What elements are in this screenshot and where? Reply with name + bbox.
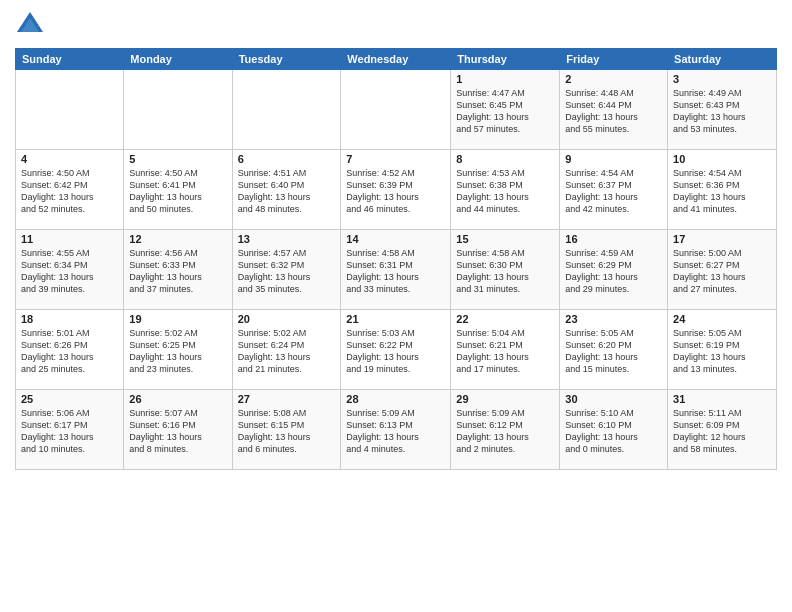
day-number: 20 [238,313,336,325]
calendar-week-5: 25Sunrise: 5:06 AM Sunset: 6:17 PM Dayli… [16,390,777,470]
day-number: 22 [456,313,554,325]
day-number: 16 [565,233,662,245]
day-number: 31 [673,393,771,405]
day-number: 21 [346,313,445,325]
calendar-cell [341,70,451,150]
calendar-cell: 24Sunrise: 5:05 AM Sunset: 6:19 PM Dayli… [668,310,777,390]
day-info: Sunrise: 4:52 AM Sunset: 6:39 PM Dayligh… [346,167,445,216]
day-info: Sunrise: 4:58 AM Sunset: 6:30 PM Dayligh… [456,247,554,296]
calendar-week-3: 11Sunrise: 4:55 AM Sunset: 6:34 PM Dayli… [16,230,777,310]
day-number: 26 [129,393,226,405]
day-number: 5 [129,153,226,165]
day-number: 13 [238,233,336,245]
calendar-cell: 28Sunrise: 5:09 AM Sunset: 6:13 PM Dayli… [341,390,451,470]
calendar-cell: 26Sunrise: 5:07 AM Sunset: 6:16 PM Dayli… [124,390,232,470]
day-info: Sunrise: 4:47 AM Sunset: 6:45 PM Dayligh… [456,87,554,136]
calendar-cell: 17Sunrise: 5:00 AM Sunset: 6:27 PM Dayli… [668,230,777,310]
calendar-header-tuesday: Tuesday [232,49,341,70]
calendar-cell: 15Sunrise: 4:58 AM Sunset: 6:30 PM Dayli… [451,230,560,310]
calendar-header-monday: Monday [124,49,232,70]
logo-icon [15,10,45,40]
calendar-cell: 18Sunrise: 5:01 AM Sunset: 6:26 PM Dayli… [16,310,124,390]
day-number: 3 [673,73,771,85]
day-info: Sunrise: 4:53 AM Sunset: 6:38 PM Dayligh… [456,167,554,216]
day-number: 4 [21,153,118,165]
calendar-cell: 7Sunrise: 4:52 AM Sunset: 6:39 PM Daylig… [341,150,451,230]
calendar-header-saturday: Saturday [668,49,777,70]
calendar-cell: 16Sunrise: 4:59 AM Sunset: 6:29 PM Dayli… [560,230,668,310]
day-info: Sunrise: 5:01 AM Sunset: 6:26 PM Dayligh… [21,327,118,376]
day-number: 27 [238,393,336,405]
day-info: Sunrise: 4:49 AM Sunset: 6:43 PM Dayligh… [673,87,771,136]
day-number: 7 [346,153,445,165]
calendar-cell: 3Sunrise: 4:49 AM Sunset: 6:43 PM Daylig… [668,70,777,150]
day-info: Sunrise: 5:06 AM Sunset: 6:17 PM Dayligh… [21,407,118,456]
day-number: 18 [21,313,118,325]
day-info: Sunrise: 4:58 AM Sunset: 6:31 PM Dayligh… [346,247,445,296]
calendar-cell: 30Sunrise: 5:10 AM Sunset: 6:10 PM Dayli… [560,390,668,470]
day-number: 8 [456,153,554,165]
day-number: 23 [565,313,662,325]
calendar-week-4: 18Sunrise: 5:01 AM Sunset: 6:26 PM Dayli… [16,310,777,390]
calendar-header-wednesday: Wednesday [341,49,451,70]
day-info: Sunrise: 4:54 AM Sunset: 6:36 PM Dayligh… [673,167,771,216]
calendar-cell: 8Sunrise: 4:53 AM Sunset: 6:38 PM Daylig… [451,150,560,230]
calendar-cell [232,70,341,150]
calendar-cell: 2Sunrise: 4:48 AM Sunset: 6:44 PM Daylig… [560,70,668,150]
day-number: 1 [456,73,554,85]
day-info: Sunrise: 5:11 AM Sunset: 6:09 PM Dayligh… [673,407,771,456]
calendar-cell: 27Sunrise: 5:08 AM Sunset: 6:15 PM Dayli… [232,390,341,470]
day-number: 2 [565,73,662,85]
calendar-cell: 31Sunrise: 5:11 AM Sunset: 6:09 PM Dayli… [668,390,777,470]
day-number: 30 [565,393,662,405]
day-info: Sunrise: 4:54 AM Sunset: 6:37 PM Dayligh… [565,167,662,216]
day-number: 19 [129,313,226,325]
calendar-cell: 9Sunrise: 4:54 AM Sunset: 6:37 PM Daylig… [560,150,668,230]
calendar-week-1: 1Sunrise: 4:47 AM Sunset: 6:45 PM Daylig… [16,70,777,150]
calendar-cell: 11Sunrise: 4:55 AM Sunset: 6:34 PM Dayli… [16,230,124,310]
calendar-cell: 6Sunrise: 4:51 AM Sunset: 6:40 PM Daylig… [232,150,341,230]
calendar-week-2: 4Sunrise: 4:50 AM Sunset: 6:42 PM Daylig… [16,150,777,230]
day-info: Sunrise: 4:57 AM Sunset: 6:32 PM Dayligh… [238,247,336,296]
calendar-header: SundayMondayTuesdayWednesdayThursdayFrid… [16,49,777,70]
day-info: Sunrise: 5:03 AM Sunset: 6:22 PM Dayligh… [346,327,445,376]
calendar-cell: 12Sunrise: 4:56 AM Sunset: 6:33 PM Dayli… [124,230,232,310]
logo [15,10,49,40]
calendar: SundayMondayTuesdayWednesdayThursdayFrid… [15,48,777,470]
day-number: 10 [673,153,771,165]
day-number: 9 [565,153,662,165]
day-number: 17 [673,233,771,245]
day-info: Sunrise: 5:07 AM Sunset: 6:16 PM Dayligh… [129,407,226,456]
day-info: Sunrise: 5:09 AM Sunset: 6:12 PM Dayligh… [456,407,554,456]
day-number: 28 [346,393,445,405]
calendar-cell: 4Sunrise: 4:50 AM Sunset: 6:42 PM Daylig… [16,150,124,230]
day-info: Sunrise: 4:59 AM Sunset: 6:29 PM Dayligh… [565,247,662,296]
day-number: 24 [673,313,771,325]
calendar-cell: 14Sunrise: 4:58 AM Sunset: 6:31 PM Dayli… [341,230,451,310]
calendar-cell: 10Sunrise: 4:54 AM Sunset: 6:36 PM Dayli… [668,150,777,230]
day-info: Sunrise: 5:05 AM Sunset: 6:20 PM Dayligh… [565,327,662,376]
calendar-cell: 22Sunrise: 5:04 AM Sunset: 6:21 PM Dayli… [451,310,560,390]
calendar-cell: 1Sunrise: 4:47 AM Sunset: 6:45 PM Daylig… [451,70,560,150]
calendar-cell [124,70,232,150]
day-number: 11 [21,233,118,245]
calendar-cell: 23Sunrise: 5:05 AM Sunset: 6:20 PM Dayli… [560,310,668,390]
day-info: Sunrise: 4:51 AM Sunset: 6:40 PM Dayligh… [238,167,336,216]
day-info: Sunrise: 5:02 AM Sunset: 6:24 PM Dayligh… [238,327,336,376]
calendar-cell: 19Sunrise: 5:02 AM Sunset: 6:25 PM Dayli… [124,310,232,390]
header [15,10,777,40]
calendar-cell: 21Sunrise: 5:03 AM Sunset: 6:22 PM Dayli… [341,310,451,390]
day-info: Sunrise: 5:04 AM Sunset: 6:21 PM Dayligh… [456,327,554,376]
day-info: Sunrise: 4:48 AM Sunset: 6:44 PM Dayligh… [565,87,662,136]
day-info: Sunrise: 4:50 AM Sunset: 6:42 PM Dayligh… [21,167,118,216]
day-info: Sunrise: 5:09 AM Sunset: 6:13 PM Dayligh… [346,407,445,456]
day-number: 29 [456,393,554,405]
calendar-header-thursday: Thursday [451,49,560,70]
day-info: Sunrise: 5:05 AM Sunset: 6:19 PM Dayligh… [673,327,771,376]
day-info: Sunrise: 5:02 AM Sunset: 6:25 PM Dayligh… [129,327,226,376]
day-info: Sunrise: 4:50 AM Sunset: 6:41 PM Dayligh… [129,167,226,216]
day-info: Sunrise: 5:10 AM Sunset: 6:10 PM Dayligh… [565,407,662,456]
calendar-cell: 5Sunrise: 4:50 AM Sunset: 6:41 PM Daylig… [124,150,232,230]
day-number: 15 [456,233,554,245]
calendar-header-friday: Friday [560,49,668,70]
